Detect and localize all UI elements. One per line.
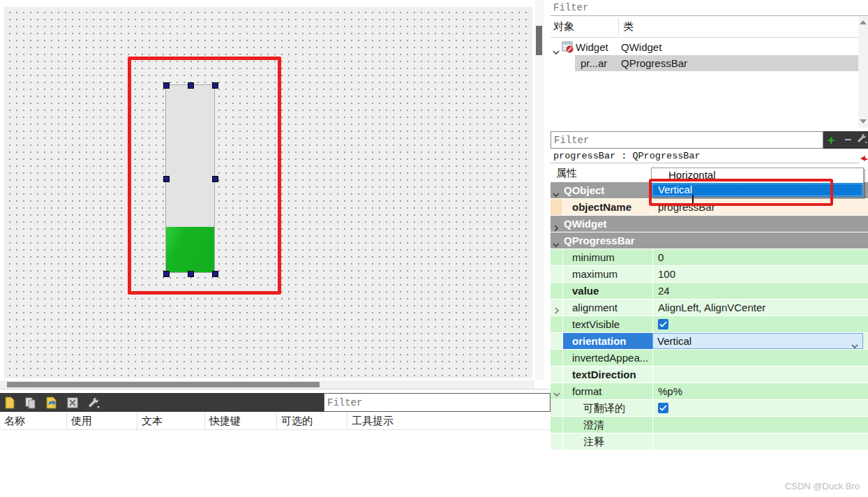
property-group-label: QObject	[564, 182, 604, 198]
configure-property-editor-icon[interactable]	[856, 133, 867, 147]
property-name[interactable]: alignment	[562, 299, 652, 316]
property-row[interactable]: invertedAppea...	[551, 350, 868, 366]
action-column-4[interactable]: 可选的	[276, 413, 347, 429]
selected-row-highlight	[575, 55, 858, 71]
new-action-icon[interactable]	[3, 396, 17, 410]
object-column-header[interactable]: 对象	[553, 16, 574, 37]
canvas-horizontal-scrollbar[interactable]	[0, 380, 534, 389]
property-value[interactable]: 24	[652, 283, 868, 299]
property-value[interactable]	[652, 316, 868, 333]
property-row[interactable]: 注释	[551, 433, 868, 450]
tree-object-name[interactable]: Widget	[576, 39, 608, 55]
property-row[interactable]: orientationVertical	[551, 333, 868, 350]
action-column-0[interactable]: 名称	[0, 413, 66, 429]
property-row[interactable]: format%p%	[551, 383, 868, 400]
action-table-header: 名称使用文本快捷键可选的工具提示	[0, 413, 551, 430]
tree-row[interactable]: WidgetQWidget	[551, 39, 858, 55]
add-dynamic-property-button[interactable]: +	[828, 134, 835, 147]
action-filter-box[interactable]	[324, 393, 551, 412]
property-filter-input[interactable]	[551, 132, 823, 148]
action-filter-input[interactable]	[324, 394, 550, 411]
tree-object-name[interactable]: pr...ar	[581, 55, 607, 71]
property-group-row[interactable]: QProgressBar	[551, 232, 868, 249]
action-editor-toolbar	[0, 393, 324, 412]
property-name[interactable]: invertedAppea...	[562, 350, 652, 366]
property-value[interactable]	[652, 400, 868, 417]
object-inspector-filter[interactable]	[551, 0, 868, 16]
property-column-header[interactable]: 属性	[556, 164, 577, 182]
property-name[interactable]: textDirection	[562, 366, 652, 383]
checkbox-checked[interactable]	[658, 403, 668, 413]
property-name[interactable]: maximum	[562, 266, 652, 283]
property-row[interactable]: 可翻译的	[551, 400, 868, 417]
resize-handle[interactable]	[212, 82, 218, 89]
delete-action-icon[interactable]	[66, 396, 80, 410]
property-row[interactable]: 澄清	[551, 417, 868, 433]
class-column-header[interactable]: 类	[623, 16, 634, 37]
property-name[interactable]: minimum	[562, 249, 652, 266]
object-inspector-scrollbar[interactable]	[858, 16, 868, 128]
property-value[interactable]: 100	[652, 266, 868, 283]
property-name[interactable]: orientation	[562, 333, 652, 350]
resize-handle[interactable]	[163, 82, 170, 89]
property-name[interactable]: textVisible	[562, 316, 652, 333]
resize-handle[interactable]	[163, 176, 170, 182]
chevron-right-icon[interactable]	[553, 304, 560, 317]
checkbox-checked[interactable]	[658, 319, 668, 329]
horizontal-scrollbar-thumb[interactable]	[7, 382, 320, 387]
canvas-vertical-scrollbar[interactable]	[535, 0, 544, 380]
tree-row[interactable]: pr...arQProgressBar	[551, 55, 858, 71]
property-value[interactable]	[652, 417, 868, 433]
action-column-2[interactable]: 文本	[137, 413, 204, 429]
remove-dynamic-property-button[interactable]: −	[845, 133, 852, 147]
action-column-3[interactable]: 快捷键	[204, 413, 276, 429]
tree-class-name[interactable]: QProgressBar	[621, 55, 687, 71]
object-inspector-filter-input[interactable]	[551, 0, 868, 15]
property-name[interactable]: 澄清	[562, 417, 652, 433]
scroll-up-icon[interactable]	[860, 20, 867, 24]
property-filter-box[interactable]	[551, 131, 823, 149]
property-name[interactable]: 注释	[562, 433, 652, 450]
action-column-5[interactable]: 工具提示	[347, 413, 551, 429]
property-name[interactable]: value	[562, 283, 652, 299]
action-editor-panel: 名称使用文本快捷键可选的工具提示	[0, 389, 551, 497]
row-gutter	[551, 433, 562, 450]
form-canvas[interactable]	[0, 0, 534, 380]
property-group-row[interactable]: QWidget	[551, 216, 868, 232]
chevron-down-icon[interactable]	[553, 388, 560, 401]
resize-handle[interactable]	[188, 82, 194, 89]
tree-class-name[interactable]: QWidget	[621, 39, 661, 55]
property-value[interactable]	[652, 366, 868, 383]
property-name[interactable]: 可翻译的	[562, 400, 652, 417]
property-value[interactable]	[652, 433, 868, 450]
orientation-combobox[interactable]: Vertical	[652, 333, 863, 349]
red-annotation-arrow-icon	[860, 153, 868, 165]
property-value[interactable]: %p%	[652, 383, 868, 400]
property-grid: QObjectobjectNameprogressBarQWidgetQProg…	[551, 182, 868, 450]
property-row[interactable]: value24	[551, 283, 868, 299]
property-row[interactable]: textVisible	[551, 316, 868, 333]
resize-handle[interactable]	[163, 271, 170, 277]
property-row[interactable]: textDirection	[551, 366, 868, 383]
property-value[interactable]: AlignLeft, AlignVCenter	[652, 299, 868, 316]
property-row[interactable]: minimum0	[551, 249, 868, 266]
property-value[interactable]	[652, 350, 868, 366]
resize-handle[interactable]	[212, 176, 218, 182]
progressbar-widget[interactable]	[165, 84, 215, 273]
text-cursor-artifact	[692, 195, 694, 203]
action-column-1[interactable]: 使用	[66, 413, 137, 429]
property-name[interactable]: format	[562, 383, 652, 400]
property-group-label: QProgressBar	[564, 232, 635, 248]
resize-handle[interactable]	[212, 271, 218, 277]
configure-actions-icon[interactable]	[87, 396, 100, 410]
property-name[interactable]: objectName	[562, 199, 652, 216]
property-row[interactable]: maximum100	[551, 266, 868, 283]
property-value[interactable]: 0	[652, 249, 868, 266]
property-row[interactable]: alignmentAlignLeft, AlignVCenter	[551, 299, 868, 316]
scroll-down-icon[interactable]	[860, 119, 867, 124]
edit-action-icon[interactable]	[45, 396, 59, 410]
copy-action-icon[interactable]	[24, 396, 38, 410]
row-gutter	[551, 266, 562, 283]
vertical-scrollbar-thumb[interactable]	[536, 26, 542, 55]
resize-handle[interactable]	[188, 271, 194, 277]
